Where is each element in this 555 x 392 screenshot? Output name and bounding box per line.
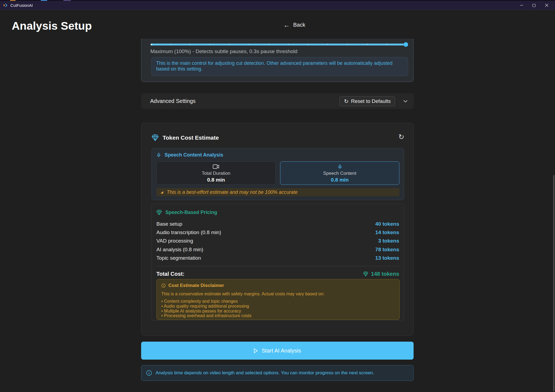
microphone-icon — [338, 163, 342, 170]
titlebar: CutFusionAI — [0, 1, 555, 10]
cost-disclaimer-box: Cost Estimate Disclaimer This is a conse… — [156, 279, 400, 320]
speech-analysis-title: Speech Content Analysis — [165, 152, 223, 158]
chevron-down-icon[interactable] — [403, 100, 408, 103]
speech-analysis-panel: Speech Content Analysis Total Duration 0… — [151, 148, 404, 200]
app-logo-icon — [3, 3, 8, 8]
advanced-settings-header[interactable]: Advanced Settings ↻ Reset to Defaults — [141, 93, 414, 109]
total-cost-label: Total Cost: — [156, 271, 184, 277]
analysis-time-text: Analysis time depends on video length an… — [156, 370, 374, 376]
page-title: Analysis Setup — [12, 20, 92, 32]
minimize-button[interactable] — [515, 1, 528, 10]
option-label: Total Duration — [202, 171, 231, 176]
reset-to-defaults-button[interactable]: ↻ Reset to Defaults — [339, 96, 395, 106]
info-circle-icon — [146, 370, 152, 376]
sensitivity-slider-thumb[interactable] — [404, 42, 408, 47]
play-icon — [254, 348, 258, 353]
pricing-row-value: 13 tokens — [375, 255, 399, 261]
duration-mode-options: Total Duration 0.8 min Speech Content 0.… — [156, 161, 399, 185]
sensitivity-slider[interactable] — [150, 42, 408, 47]
pricing-rows: Base setup 40 tokens Audio transcription… — [156, 220, 399, 262]
gem-icon — [363, 271, 368, 277]
disclaimer-bullet: Processing overhead and infrastructure c… — [161, 313, 395, 318]
sensitivity-slider-track[interactable] — [150, 44, 406, 45]
token-cost-title: Token Cost Estimate — [163, 134, 219, 141]
refresh-estimate-icon[interactable]: ↻ — [398, 133, 404, 140]
pricing-row: VAD processing 3 tokens — [156, 237, 399, 245]
disclaimer-bullet: Multiple AI analysis passes for accuracy — [161, 309, 395, 314]
reset-label: Reset to Defaults — [351, 98, 391, 104]
video-camera-icon — [213, 163, 219, 170]
pricing-row: Base setup 40 tokens — [156, 220, 399, 228]
close-button[interactable] — [540, 1, 553, 10]
disclaimer-title: Cost Estimate Disclaimer — [168, 283, 224, 288]
total-cost-row: Total Cost: 148 tokens — [156, 270, 399, 278]
app-title: CutFusionAI — [10, 3, 33, 8]
pricing-row-value: 3 tokens — [378, 238, 399, 244]
gem-icon — [156, 209, 162, 215]
option-total-duration[interactable]: Total Duration 0.8 min — [156, 161, 276, 185]
start-ai-analysis-button[interactable]: Start AI Analysis — [141, 342, 414, 360]
disclaimer-header: Cost Estimate Disclaimer — [161, 283, 395, 288]
total-cost-value: 148 tokens — [371, 271, 399, 277]
estimate-warning-banner: This is a best-effort estimate and may n… — [156, 188, 399, 196]
token-cost-header: Token Cost Estimate — [151, 134, 219, 141]
pricing-header: Speech-Based Pricing — [156, 209, 217, 215]
option-value: 0.8 min — [331, 177, 348, 183]
option-value: 0.8 min — [207, 177, 225, 183]
pricing-row: Topic segmentation 13 tokens — [156, 254, 399, 262]
pricing-row-value: 40 tokens — [375, 221, 399, 227]
estimate-warning-text: This is a best-effort estimate and may n… — [167, 189, 298, 195]
disclaimer-bullet: Content complexity and topic changes — [161, 299, 395, 304]
pricing-row-label: VAD processing — [156, 238, 193, 244]
token-cost-card: Token Cost Estimate ↻ Speech Content Ana… — [141, 123, 414, 336]
speech-analysis-header: Speech Content Analysis — [156, 152, 223, 158]
disclaimer-intro: This is a conservative estimate with saf… — [161, 292, 395, 296]
info-circle-icon — [161, 283, 166, 288]
advanced-settings-title: Advanced Settings — [150, 98, 196, 104]
option-speech-content[interactable]: Speech Content 0.8 min — [280, 161, 399, 185]
vertical-scrollbar[interactable] — [553, 175, 554, 391]
pricing-row-value: 78 tokens — [375, 247, 399, 253]
window-controls — [515, 1, 553, 10]
pricing-row-value: 14 tokens — [375, 229, 399, 235]
sensitivity-card: Maximum (100%) - Detects subtle pauses, … — [141, 39, 414, 82]
pricing-row-label: Audio transcription (0.8 min) — [156, 229, 221, 235]
maximize-button[interactable] — [528, 1, 540, 10]
sensitivity-value-label: Maximum (100%) - Detects subtle pauses, … — [150, 48, 298, 54]
gem-icon — [151, 134, 159, 141]
warning-triangle-icon — [160, 190, 164, 194]
back-arrow-icon: ← — [283, 22, 290, 28]
pricing-panel: Speech-Based Pricing Base setup 40 token… — [151, 204, 404, 320]
pricing-divider — [156, 266, 399, 266]
pricing-row: Audio transcription (0.8 min) 14 tokens — [156, 228, 399, 237]
microphone-icon — [156, 152, 161, 158]
sensitivity-info-note: This is the main control for adjusting c… — [151, 57, 408, 76]
back-label: Back — [293, 22, 305, 28]
disclaimer-bullets: Content complexity and topic changes Aud… — [161, 299, 395, 318]
analysis-time-note: Analysis time depends on video length an… — [141, 365, 414, 381]
option-label: Speech Content — [323, 171, 356, 176]
start-ai-analysis-label: Start AI Analysis — [262, 348, 301, 354]
pricing-row-label: AI analysis (0.8 min) — [156, 247, 203, 253]
pricing-row-label: Base setup — [156, 221, 182, 227]
pricing-title: Speech-Based Pricing — [165, 210, 217, 215]
reset-icon: ↻ — [344, 99, 348, 104]
pricing-row-label: Topic segmentation — [156, 255, 201, 261]
disclaimer-bullet: Audio quality requiring additional proce… — [161, 304, 395, 309]
back-button[interactable]: ← Back — [283, 22, 305, 28]
pricing-row: AI analysis (0.8 min) 78 tokens — [156, 245, 399, 254]
